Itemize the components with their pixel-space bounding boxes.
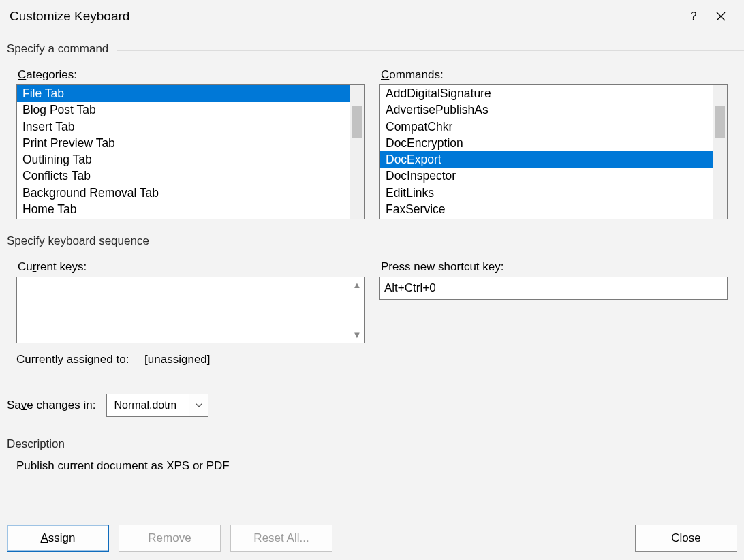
list-item[interactable]: AddDigitalSignature <box>380 85 713 102</box>
scrollbar[interactable] <box>713 85 727 219</box>
commands-listbox[interactable]: AddDigitalSignatureAdvertisePublishAsCom… <box>379 84 728 219</box>
list-item[interactable]: Insert Tab <box>17 119 350 135</box>
specify-command-label: Specify a command <box>0 30 744 60</box>
scroll-arrows: ▲ ▼ <box>350 277 364 343</box>
list-item[interactable]: Home Tab <box>17 201 350 217</box>
list-item[interactable]: DocInspector <box>380 168 713 184</box>
categories-label: Categories: <box>18 68 365 82</box>
list-item[interactable]: Print Preview Tab <box>17 135 350 151</box>
categories-listbox[interactable]: File TabBlog Post TabInsert TabPrint Pre… <box>16 84 365 219</box>
assigned-to-label: Currently assigned to: <box>16 353 129 366</box>
scroll-down-icon[interactable]: ▼ <box>353 330 362 340</box>
current-keys-listbox[interactable]: ▲ ▼ <box>16 277 365 343</box>
description-label: Description <box>0 417 744 456</box>
press-new-label: Press new shortcut key:ew shortcut key: <box>381 260 728 274</box>
list-item[interactable]: DocExport <box>380 151 713 168</box>
save-changes-value: Normal.dotm <box>107 394 189 416</box>
list-item[interactable]: Conflicts Tab <box>17 168 350 184</box>
shortcut-input[interactable] <box>379 277 728 300</box>
list-item[interactable]: Blog Post Tab <box>17 102 350 118</box>
save-changes-label: SavSave changes in: <box>7 399 95 412</box>
scrollbar[interactable] <box>350 85 364 219</box>
list-item[interactable]: Background Removal Tab <box>17 185 350 201</box>
specify-sequence-label: Specify keyboard sequence <box>0 219 744 252</box>
list-item[interactable]: Outlining Tab <box>17 151 350 168</box>
scrollbar-thumb[interactable] <box>352 106 362 138</box>
reset-all-button[interactable]: Reset All... <box>230 525 332 552</box>
commands-label: Commands: <box>381 68 728 82</box>
close-icon[interactable] <box>707 6 734 27</box>
assigned-to-value: [unassigned] <box>144 353 210 366</box>
scroll-up-icon[interactable]: ▲ <box>353 280 362 290</box>
title-bar: Customize Keyboard ? <box>0 0 744 30</box>
save-changes-select[interactable]: Normal.dotm <box>106 394 208 417</box>
list-item[interactable]: FaxService <box>380 201 713 217</box>
description-text: Publish current document as XPS or PDF <box>0 456 744 473</box>
close-button[interactable]: Close <box>635 525 737 552</box>
help-icon[interactable]: ? <box>680 6 707 27</box>
chevron-down-icon[interactable] <box>189 394 208 416</box>
dialog-title: Customize Keyboard <box>10 9 680 24</box>
assign-button[interactable]: Assign <box>7 525 109 552</box>
scrollbar-thumb[interactable] <box>715 106 725 138</box>
list-item[interactable]: AdvertisePublishAs <box>380 102 713 118</box>
list-item[interactable]: EditLinks <box>380 185 713 201</box>
remove-button: Remove <box>119 525 221 552</box>
list-item[interactable]: CompatChkr <box>380 119 713 135</box>
list-item[interactable]: File Tab <box>17 85 350 102</box>
list-item[interactable]: DocEncryption <box>380 135 713 151</box>
current-keys-label: Currrent keys:rent keys: <box>18 260 365 274</box>
